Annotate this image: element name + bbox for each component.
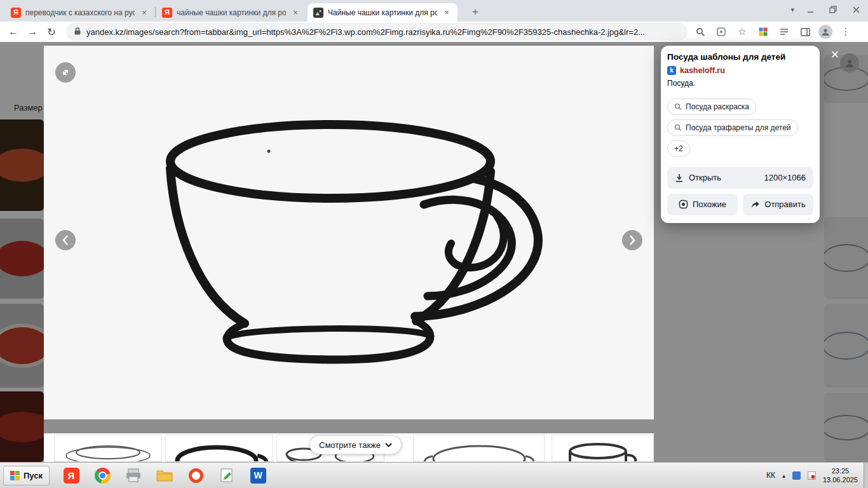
similar-images-button[interactable]: Похожие [667, 194, 738, 215]
similar-icon [679, 200, 688, 209]
start-button[interactable]: Пуск [3, 466, 50, 485]
windows-logo-icon [10, 471, 20, 480]
tag-label: Посуда трафареты для детей [686, 123, 791, 132]
previous-image-button[interactable] [55, 230, 76, 250]
language-indicator[interactable]: КК [766, 471, 775, 480]
search-icon [674, 103, 682, 111]
source-link[interactable]: k kasheloff.ru [667, 66, 813, 75]
address-bar[interactable]: yandex.kz/images/search?from=tabbar&img_… [66, 23, 688, 41]
file-explorer-taskbar-icon[interactable] [155, 466, 174, 485]
browser-toolbar: ← → ↻ yandex.kz/images/search?from=tabba… [0, 22, 868, 42]
tab-close-icon[interactable]: × [139, 8, 149, 18]
reload-button[interactable]: ↻ [42, 23, 61, 41]
chevron-down-icon [385, 443, 392, 447]
toolbar-extension-icon[interactable] [714, 24, 729, 39]
clock-time: 23:25 [823, 466, 858, 475]
image-favicon [313, 8, 323, 18]
more-tags-count: +2 [674, 144, 683, 153]
printer-taskbar-icon[interactable] [124, 466, 143, 485]
windows-taskbar: Пуск Я W КК ▴ 23:25 13.06.2025 [0, 462, 868, 488]
browser-tab-2[interactable]: Я чайные чашки картинки для роспи × [156, 3, 306, 22]
tab-close-icon[interactable]: × [442, 8, 452, 18]
window-controls: ▾ [790, 3, 863, 16]
share-button[interactable]: Отправить [743, 194, 813, 215]
search-icon [674, 124, 682, 132]
extensions-puzzle-icon[interactable] [756, 24, 771, 39]
browser-menu-icon[interactable]: ⋮ [838, 24, 853, 39]
lock-icon[interactable] [74, 27, 81, 37]
strip-thumbnail[interactable] [552, 435, 654, 462]
taskbar-clock[interactable]: 23:25 13.06.2025 [823, 466, 858, 485]
image-resolution: 1200×1066 [764, 173, 806, 182]
reading-list-icon[interactable] [776, 24, 792, 39]
side-panel-icon[interactable] [797, 24, 813, 39]
image-info-panel: Посуда шаблоны для детей k kasheloff.ru … [661, 46, 820, 223]
profile-icon[interactable] [818, 25, 832, 39]
related-tags: Посуда раскраска Посуда трафареты для де… [667, 98, 813, 157]
share-arrow-icon [750, 200, 760, 209]
tab-close-icon[interactable]: × [290, 8, 301, 18]
tray-chevron-up-icon[interactable]: ▴ [782, 472, 785, 479]
start-label: Пуск [24, 471, 43, 480]
new-tab-button[interactable]: + [468, 4, 483, 20]
word-taskbar-icon[interactable]: W [248, 466, 268, 485]
tag-chip[interactable]: Посуда трафареты для детей [667, 119, 798, 136]
image-description: Посуда. [667, 79, 813, 88]
strip-thumbnail[interactable] [413, 435, 545, 462]
clock-date: 13.06.2025 [823, 475, 858, 484]
browser-tab-strip: Я переводчик с казахского на русски × Я … [0, 0, 868, 22]
similar-label: Похожие [693, 200, 726, 209]
next-image-button[interactable] [622, 230, 642, 250]
browser-taskbar-icon[interactable] [186, 466, 205, 485]
see-also-button[interactable]: Смотрите также [309, 435, 402, 454]
expand-image-button[interactable] [55, 62, 76, 83]
open-image-button[interactable]: Открыть 1200×1066 [667, 167, 813, 189]
chrome-taskbar-icon[interactable] [93, 466, 112, 485]
see-also-label: Смотрите также [319, 440, 381, 450]
tag-label: Посуда раскраска [686, 102, 749, 111]
source-favicon: k [667, 66, 676, 75]
strip-thumbnail[interactable] [165, 435, 273, 462]
source-domain[interactable]: kasheloff.ru [680, 66, 725, 75]
tab-separator [155, 7, 156, 17]
tab-search-chevron-icon[interactable]: ▾ [790, 6, 794, 14]
strip-thumbnail[interactable] [54, 435, 162, 462]
yandex-favicon: Я [162, 8, 172, 18]
tab-title: переводчик с казахского на русски [25, 8, 135, 17]
tab-title: Чайные чашки картинки для росп [328, 8, 437, 17]
more-tags-chip[interactable]: +2 [667, 140, 690, 157]
url-text[interactable]: yandex.kz/images/search?from=tabbar&img_… [86, 27, 645, 37]
toolbar-extensions-area: ☆ ⋮ [693, 24, 853, 39]
forward-button[interactable]: → [23, 23, 42, 41]
download-icon [675, 173, 684, 182]
window-close-button[interactable] [849, 3, 863, 16]
tag-chip[interactable]: Посуда раскраска [667, 98, 756, 115]
yandex-browser-taskbar-icon[interactable]: Я [62, 466, 81, 485]
window-minimize-button[interactable] [803, 3, 817, 16]
browser-tab-1[interactable]: Я переводчик с казахского на русски × [5, 3, 155, 22]
yandex-favicon: Я [11, 8, 21, 18]
tab-title: чайные чашки картинки для роспи [177, 8, 286, 17]
show-desktop-button[interactable] [864, 463, 868, 488]
yandex-images-page: Размер ▾ [0, 42, 868, 462]
share-label: Отправить [764, 200, 805, 209]
editor-taskbar-icon[interactable] [217, 466, 236, 485]
bookmark-star-icon[interactable]: ☆ [735, 24, 750, 39]
image-title: Посуда шаблоны для детей [667, 52, 813, 63]
close-viewer-icon[interactable]: × [827, 47, 843, 62]
image-viewer [44, 46, 654, 419]
back-button[interactable]: ← [4, 23, 23, 41]
tray-icon[interactable] [792, 471, 801, 480]
tray-icon[interactable] [808, 471, 816, 480]
search-extension-icon[interactable] [693, 24, 708, 39]
system-tray: КК ▴ 23:25 13.06.2025 [766, 466, 868, 485]
teacup-coloring-image [44, 46, 654, 419]
open-label: Открыть [689, 173, 721, 182]
browser-tab-active[interactable]: Чайные чашки картинки для росп × [308, 3, 458, 22]
window-restore-button[interactable] [826, 3, 840, 16]
